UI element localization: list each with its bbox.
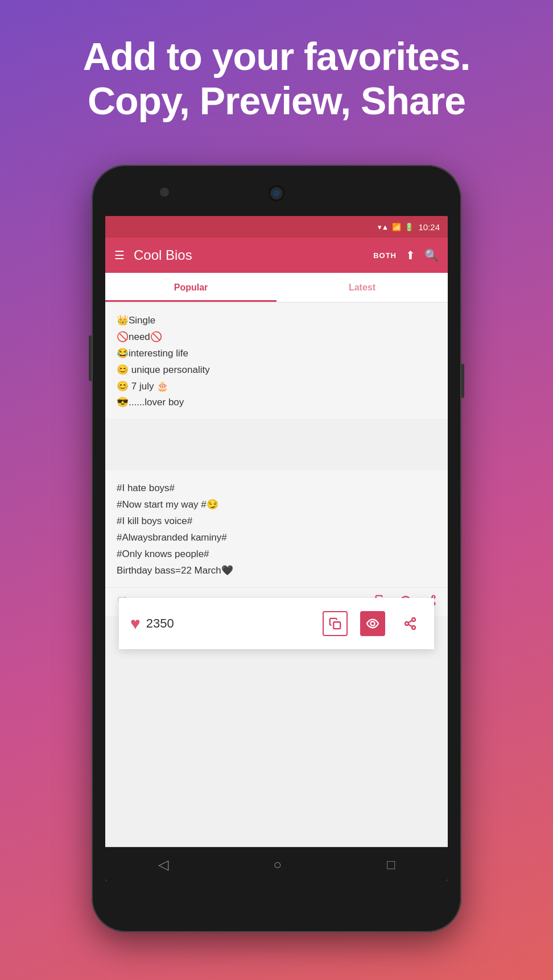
filter-both-button[interactable]: BOTH	[373, 251, 397, 260]
search-icon[interactable]: 🔍	[424, 248, 439, 262]
menu-icon[interactable]: ☰	[114, 248, 125, 262]
status-bar: ▾▲ 📶 🔋 10:24	[105, 216, 448, 238]
app-title: Cool Bios	[134, 247, 364, 263]
bio-line: 😊 7 july 🎂	[117, 379, 436, 395]
bio-card-1: 👑Single 🚫need🚫 😂interesting life 😊 uniqu…	[105, 302, 448, 419]
back-button[interactable]: ◁	[158, 857, 168, 873]
svg-line-5	[408, 625, 412, 627]
hero-line2: Copy, Preview, Share	[46, 78, 507, 123]
hero-text: Add to your favorites. Copy, Preview, Sh…	[0, 0, 553, 140]
phone-screen: ▾▲ 📶 🔋 10:24 ☰ Cool Bios BOTH ⬆ 🔍 Popula…	[105, 216, 448, 881]
bio-line: #I kill boys voice#	[117, 513, 436, 530]
like-heart-icon[interactable]: ♥	[130, 614, 141, 633]
app-bar: ☰ Cool Bios BOTH ⬆ 🔍	[105, 238, 448, 273]
hero-line1: Add to your favorites.	[46, 34, 507, 78]
svg-rect-0	[333, 622, 340, 629]
share-button[interactable]	[398, 611, 423, 636]
status-icons: ▾▲ 📶 🔋	[378, 223, 414, 231]
signal-icon: 📶	[392, 223, 401, 231]
phone-power-button	[461, 364, 464, 398]
svg-line-6	[408, 621, 412, 623]
preview-icon[interactable]: ⬆	[406, 248, 415, 262]
bio-text-1: 👑Single 🚫need🚫 😂interesting life 😊 uniqu…	[117, 313, 436, 411]
bio-line: #I hate boys#	[117, 480, 436, 497]
bio-line: 😎......lover boy	[117, 395, 436, 411]
status-time: 10:24	[418, 222, 440, 232]
like-count: 2350	[146, 616, 323, 631]
bio-line: #Alwaysbranded kaminy#	[117, 530, 436, 546]
bio-line: #Only knows people#	[117, 546, 436, 563]
preview-button[interactable]	[360, 611, 385, 636]
phone-front-camera	[160, 188, 169, 197]
bio-text-2: #I hate boys# #Now start my way #😏 #I ki…	[117, 480, 436, 579]
home-button[interactable]: ○	[274, 857, 282, 873]
copy-button[interactable]	[323, 611, 348, 636]
bio-line: #Now start my way #😏	[117, 497, 436, 513]
bio-line: Birthday bass=22 March🖤	[117, 563, 436, 579]
tabs: Popular Latest	[105, 273, 448, 302]
bio-card-2: #I hate boys# #Now start my way #😏 #I ki…	[105, 470, 448, 587]
phone-camera	[269, 185, 284, 201]
tab-latest[interactable]: Latest	[276, 273, 448, 302]
bio-line: 😂interesting life	[117, 346, 436, 362]
bio-line: 🚫need🚫	[117, 329, 436, 346]
phone-shell: ▾▲ 📶 🔋 10:24 ☰ Cool Bios BOTH ⬆ 🔍 Popula…	[92, 165, 461, 932]
battery-icon: 🔋	[405, 223, 414, 231]
svg-point-4	[412, 626, 415, 629]
action-bar-popup: ♥ 2350	[119, 598, 434, 649]
wifi-icon: ▾▲	[378, 223, 389, 231]
bio-line: 😊 unique personality	[117, 362, 436, 379]
svg-point-2	[412, 618, 415, 621]
tab-popular[interactable]: Popular	[105, 273, 276, 302]
phone-volume-button	[89, 335, 92, 381]
nav-bar: ◁ ○ □	[105, 847, 448, 881]
svg-point-3	[405, 622, 408, 625]
action-icons	[323, 611, 423, 636]
bio-line: 👑Single	[117, 313, 436, 329]
svg-point-1	[370, 621, 374, 625]
recent-button[interactable]: □	[387, 857, 395, 873]
